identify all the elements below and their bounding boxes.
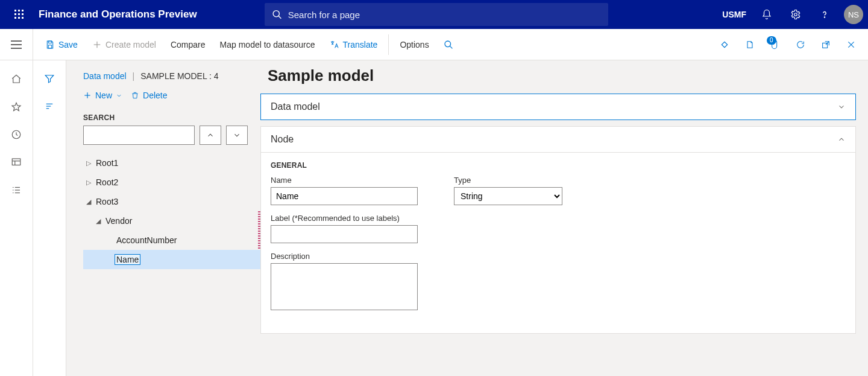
description-field-label: Description xyxy=(271,252,418,261)
tree-node-vendor[interactable]: ◢ Vendor xyxy=(83,211,260,231)
plus-icon xyxy=(92,40,102,49)
popout-button[interactable] xyxy=(814,30,838,59)
tree-node-label: Vendor xyxy=(104,215,134,226)
svg-line-21 xyxy=(450,46,452,48)
filter-column xyxy=(33,60,66,376)
tree: ▷ Root1 ▷ Root2 ◢ Root3 xyxy=(66,153,260,269)
attachments-badge: 0 xyxy=(767,36,776,45)
breadcrumb-current: SAMPLE MODEL : 4 xyxy=(140,71,218,81)
save-button[interactable]: Save xyxy=(38,29,85,60)
svg-rect-1 xyxy=(18,10,20,11)
detail-panel: Sample model Data model Node GENERAL xyxy=(260,60,868,376)
tree-node-root1[interactable]: ▷ Root1 xyxy=(83,153,260,173)
tree-node-label: Root2 xyxy=(94,177,120,188)
translate-button[interactable]: Translate xyxy=(322,29,385,60)
nav-toggle-button[interactable] xyxy=(0,29,33,60)
collapse-icon[interactable]: ◢ xyxy=(83,198,94,206)
svg-rect-2 xyxy=(22,10,24,11)
attachments-button[interactable]: 0 xyxy=(763,30,787,59)
options-label: Options xyxy=(400,40,429,49)
svg-point-9 xyxy=(273,11,279,17)
help-icon[interactable] xyxy=(811,0,838,29)
svg-rect-6 xyxy=(14,17,16,19)
label-field[interactable] xyxy=(271,225,418,243)
refresh-button[interactable] xyxy=(788,30,813,59)
search-icon xyxy=(444,40,453,49)
description-field[interactable] xyxy=(271,263,418,310)
global-search[interactable] xyxy=(265,3,608,26)
translate-icon xyxy=(330,40,339,49)
card-data-model-header[interactable]: Data model xyxy=(261,94,855,119)
collapse-icon[interactable]: ◢ xyxy=(93,217,104,225)
type-field-label: Type xyxy=(454,176,562,185)
tree-search-input[interactable] xyxy=(83,126,195,145)
legal-entity[interactable]: USMF xyxy=(717,10,751,19)
find-button[interactable] xyxy=(436,29,461,60)
workspaces-icon[interactable] xyxy=(0,150,33,175)
app-title: Finance and Operations Preview xyxy=(34,8,197,21)
map-model-button[interactable]: Map model to datasource xyxy=(213,29,322,60)
svg-rect-17 xyxy=(48,45,51,48)
search-prev-button[interactable] xyxy=(200,126,221,145)
tree-panel: Data model | SAMPLE MODEL : 4 New Delete… xyxy=(66,60,260,376)
svg-rect-7 xyxy=(18,17,20,19)
tree-node-label: AccountNumber xyxy=(115,235,178,246)
expand-icon[interactable]: ▷ xyxy=(83,159,94,167)
compare-button[interactable]: Compare xyxy=(163,29,213,60)
waffle-icon[interactable] xyxy=(5,10,34,19)
svg-rect-27 xyxy=(12,159,20,165)
name-field-label: Name xyxy=(271,176,418,185)
card-node-header[interactable]: Node xyxy=(261,127,855,152)
sort-icon[interactable] xyxy=(33,95,66,117)
breadcrumb-separator: | xyxy=(133,71,135,81)
diamond-icon[interactable] xyxy=(712,30,737,59)
map-label: Map model to datasource xyxy=(220,40,315,49)
delete-button[interactable]: Delete xyxy=(131,91,167,100)
notifications-icon[interactable] xyxy=(753,0,780,29)
card-header-label: Data model xyxy=(271,101,320,112)
create-label: Create model xyxy=(105,40,156,49)
filter-icon[interactable] xyxy=(33,68,66,89)
new-button[interactable]: New xyxy=(83,91,122,100)
chevron-up-icon xyxy=(206,131,215,139)
tree-node-root2[interactable]: ▷ Root2 xyxy=(83,173,260,192)
search-icon xyxy=(272,9,282,20)
name-field[interactable] xyxy=(271,187,418,205)
global-search-input[interactable] xyxy=(288,10,601,20)
page-title: Sample model xyxy=(260,66,856,94)
tree-node-label: Root1 xyxy=(94,158,120,168)
svg-rect-3 xyxy=(14,13,16,15)
tree-node-root3[interactable]: ◢ Root3 xyxy=(83,192,260,211)
tree-node-accountnumber[interactable]: ▷ AccountNumber xyxy=(83,231,260,250)
close-button[interactable] xyxy=(839,30,863,59)
recent-icon[interactable] xyxy=(0,122,33,147)
svg-rect-16 xyxy=(48,41,51,43)
svg-rect-5 xyxy=(22,13,24,15)
tree-node-name[interactable]: ▷ Name xyxy=(83,250,260,269)
breadcrumb: Data model | SAMPLE MODEL : 4 xyxy=(66,66,260,86)
svg-rect-8 xyxy=(22,17,24,19)
app-bar: Finance and Operations Preview USMF NS xyxy=(0,0,868,29)
breadcrumb-root[interactable]: Data model xyxy=(83,71,127,81)
svg-rect-4 xyxy=(18,13,20,15)
command-bar: Save Create model Compare Map model to d… xyxy=(33,29,868,60)
favorites-icon[interactable] xyxy=(0,94,33,119)
home-icon[interactable] xyxy=(0,66,33,92)
chevron-down-icon xyxy=(233,131,241,139)
chevron-down-icon xyxy=(837,103,846,111)
search-label: SEARCH xyxy=(66,105,260,126)
user-avatar[interactable]: NS xyxy=(844,5,863,24)
options-button[interactable]: Options xyxy=(392,29,436,60)
save-label: Save xyxy=(58,40,78,49)
modules-icon[interactable] xyxy=(0,177,33,203)
expand-icon[interactable]: ▷ xyxy=(83,179,94,186)
label-field-label: Label (*Recommended to use labels) xyxy=(271,214,418,223)
office-icon[interactable] xyxy=(738,30,762,59)
type-field[interactable]: String xyxy=(454,187,562,205)
settings-icon[interactable] xyxy=(782,0,809,29)
new-label: New xyxy=(95,91,112,100)
search-next-button[interactable] xyxy=(226,126,248,145)
card-node: Node GENERAL Name L xyxy=(260,126,856,334)
plus-icon xyxy=(83,91,92,100)
tree-node-label: Root3 xyxy=(94,196,120,207)
